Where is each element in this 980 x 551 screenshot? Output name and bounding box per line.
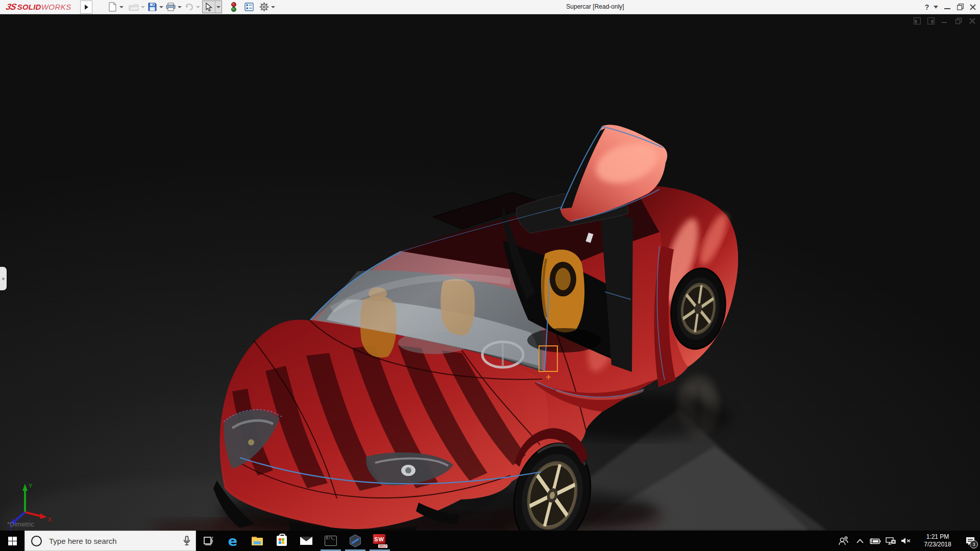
- doc-minimize-icon[interactable]: [941, 17, 948, 24]
- taskbar-app-solidworks[interactable]: SW 2017: [368, 531, 392, 551]
- gear-icon[interactable]: [258, 1, 270, 13]
- traffic-light-icon[interactable]: [228, 1, 240, 13]
- view-orientation-label: *Dimetric: [7, 520, 34, 528]
- tray-date: 7/23/2018: [919, 541, 957, 548]
- taskbar-app-command-prompt[interactable]: C:\_: [318, 531, 343, 551]
- properties-list-icon[interactable]: [243, 1, 255, 13]
- triad-y-label: Y: [29, 483, 33, 489]
- flyout-arrow-icon: [85, 5, 88, 10]
- mail-icon: [300, 537, 312, 545]
- doc-close-icon[interactable]: [969, 17, 976, 24]
- pane-right-icon[interactable]: [927, 17, 935, 24]
- menu-flyout-button[interactable]: [80, 1, 92, 14]
- 3ds-swoosh-icon: 3S: [5, 2, 17, 12]
- people-icon[interactable]: [834, 531, 852, 551]
- options-button[interactable]: [258, 1, 276, 13]
- pane-left-icon[interactable]: [914, 17, 921, 24]
- save-button[interactable]: [146, 1, 164, 13]
- file-explorer-icon: [252, 537, 263, 545]
- mic-icon[interactable]: [178, 536, 195, 546]
- supercar-3d-model[interactable]: [0, 14, 980, 531]
- notification-badge: 3: [970, 540, 978, 548]
- triad-x-label: X: [48, 516, 52, 522]
- system-tray: 1:21 PM 7/23/2018 3: [834, 531, 980, 551]
- new-document-icon[interactable]: [106, 1, 118, 13]
- new-document-button[interactable]: [106, 1, 125, 13]
- cortana-icon: [31, 536, 42, 546]
- graphics-area[interactable]: Y X Z *Dimetric: [0, 14, 980, 531]
- open-button[interactable]: [128, 1, 146, 13]
- taskbar-search[interactable]: Type here to search: [24, 531, 196, 551]
- undo-icon: [183, 1, 195, 13]
- taskbar-app-edrawings[interactable]: [343, 531, 368, 551]
- solidworks-icon: SW 2017: [373, 534, 386, 547]
- titlebar: 3S SOLIDWORKS: [0, 0, 980, 14]
- taskbar-app-mail[interactable]: [294, 531, 318, 551]
- minimize-button[interactable]: [942, 0, 953, 14]
- window-title: Supercar [Read-only]: [566, 0, 624, 14]
- taskbar-app-edge[interactable]: e: [220, 531, 245, 551]
- print-icon[interactable]: [164, 1, 177, 13]
- select-cursor-icon[interactable]: [203, 1, 215, 13]
- search-placeholder[interactable]: Type here to search: [49, 537, 178, 545]
- battery-icon[interactable]: [868, 531, 883, 551]
- file-properties-button[interactable]: [243, 1, 255, 13]
- help-dropdown[interactable]: [933, 0, 939, 14]
- print-button[interactable]: [164, 1, 183, 13]
- help-button[interactable]: ?: [922, 0, 932, 14]
- taskbar-app-file-explorer[interactable]: [245, 531, 270, 551]
- store-icon: [277, 536, 287, 546]
- volume-muted-icon[interactable]: [898, 531, 914, 551]
- save-icon[interactable]: [146, 1, 158, 13]
- edge-icon: e: [228, 534, 237, 548]
- edrawings-hexagon-icon: [349, 534, 362, 547]
- tray-time: 1:21 PM: [919, 533, 957, 541]
- action-center-button[interactable]: 3: [963, 531, 978, 551]
- feature-manager-collapsed-tab[interactable]: [0, 267, 7, 290]
- display-states-button[interactable]: [228, 1, 240, 13]
- undo-button[interactable]: [183, 1, 201, 13]
- tray-clock[interactable]: 1:21 PM 7/23/2018: [919, 533, 957, 548]
- document-window-controls: [914, 17, 976, 24]
- task-view-button[interactable]: [196, 531, 220, 551]
- restore-button[interactable]: [954, 0, 966, 14]
- command-prompt-icon: C:\_: [325, 536, 337, 546]
- windows-logo-icon: [8, 537, 17, 545]
- start-button[interactable]: [0, 531, 24, 551]
- taskbar-app-store[interactable]: [270, 531, 294, 551]
- taskbar: Type here to search e C:\_: [0, 531, 980, 551]
- network-icon[interactable]: [883, 531, 898, 551]
- select-tool-button[interactable]: [202, 1, 222, 13]
- open-icon: [128, 1, 140, 13]
- solidworks-logo: 3S SOLIDWORKS: [6, 0, 71, 14]
- doc-restore-icon[interactable]: [955, 17, 962, 24]
- show-hidden-icons-chevron[interactable]: [852, 531, 868, 551]
- close-button[interactable]: [967, 0, 978, 14]
